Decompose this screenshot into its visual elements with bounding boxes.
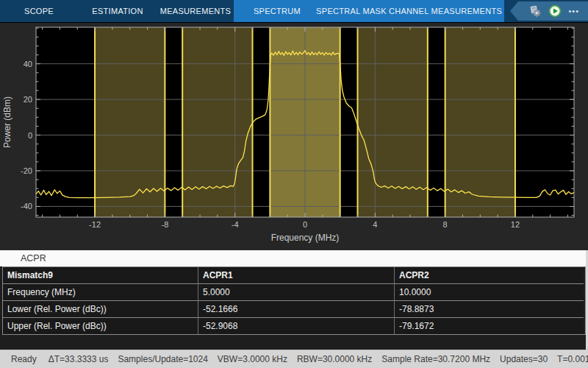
status-item: Samples/Update=1024 — [118, 354, 207, 364]
svg-text:40: 40 — [24, 60, 32, 68]
status-item: T=0.0010 — [557, 354, 588, 364]
tab-estimation[interactable]: ESTIMATION — [92, 0, 143, 22]
measurements-header-strip: ACPR — [0, 250, 588, 266]
table-row: Upper (Rel. Power (dBc))-52.9068-79.1672 — [3, 317, 585, 334]
table-cell: -52.9068 — [198, 317, 395, 334]
status-item: ΔT=33.3333 us — [49, 354, 109, 364]
status-item: Sample Rate=30.7200 MHz — [381, 354, 490, 364]
status-state: Ready — [11, 354, 37, 364]
toolstrip: SCOPEESTIMATIONMEASUREMENTSSPECTRUMSPECT… — [0, 0, 588, 23]
table-row: Frequency (MHz)5.000010.0000 — [3, 283, 585, 300]
table-cell: -52.1666 — [198, 300, 395, 317]
table-row: Lower (Rel. Power (dBc))-52.1666-78.8873 — [3, 300, 585, 317]
acpr-panel-title: ACPR — [21, 250, 46, 266]
toolstrip-quick-actions: ••• — [510, 1, 588, 21]
status-bar: Ready ΔT=33.3333 usSamples/Update=1024VB… — [0, 350, 588, 368]
svg-text:4: 4 — [373, 220, 377, 229]
status-item: VBW=3.0000 kHz — [218, 354, 287, 364]
tab-measurements[interactable]: MEASUREMENTS — [160, 0, 232, 22]
table-cell: Upper (Rel. Power (dBc)) — [3, 317, 198, 334]
table-header-cell: Mismatch9 — [3, 267, 198, 283]
table-cell: Frequency (MHz) — [3, 283, 198, 300]
tune-settings-icon[interactable] — [528, 4, 542, 18]
band-adjacent — [445, 27, 515, 217]
svg-text:-20: -20 — [21, 166, 32, 175]
ellipsis-icon[interactable]: ••• — [568, 1, 579, 21]
measurements-panel: Mismatch9ACPR1ACPR2Frequency (MHz)5.0000… — [0, 266, 588, 350]
y-axis-label: Power (dBm) — [2, 96, 12, 148]
svg-text:-12: -12 — [89, 220, 101, 229]
svg-text:-8: -8 — [161, 220, 168, 229]
acpr-table: Mismatch9ACPR1ACPR2Frequency (MHz)5.0000… — [2, 266, 586, 335]
x-axis-label: Frequency (MHz) — [271, 233, 340, 243]
svg-text:0: 0 — [28, 131, 32, 140]
table-header-row: Mismatch9ACPR1ACPR2 — [3, 267, 585, 283]
table-header-cell: ACPR1 — [198, 267, 395, 283]
spectrum-plot: -12-8-404812-40-2002040Frequency (MHz)Po… — [0, 22, 588, 250]
table-cell: 10.0000 — [395, 283, 584, 300]
table-cell: 5.0000 — [198, 283, 395, 300]
svg-text:8: 8 — [443, 220, 448, 229]
svg-text:12: 12 — [511, 220, 520, 229]
tab-spectral-mask[interactable]: SPECTRAL MASK — [316, 0, 387, 22]
svg-text:20: 20 — [24, 95, 32, 104]
status-item: Updates=30 — [500, 354, 548, 364]
svg-text:-4: -4 — [232, 220, 239, 229]
status-item: RBW=30.0000 kHz — [297, 354, 372, 364]
tab-spectrum[interactable]: SPECTRUM — [254, 0, 301, 22]
table-header-cell: ACPR2 — [395, 267, 584, 283]
table-cell: -79.1672 — [395, 317, 584, 334]
svg-text:-40: -40 — [21, 202, 32, 210]
table-cell: -78.8873 — [395, 300, 584, 317]
run-icon[interactable] — [548, 4, 562, 18]
table-cell: Lower (Rel. Power (dBc)) — [3, 300, 198, 317]
tab-scope[interactable]: SCOPE — [24, 0, 54, 22]
status-items: ΔT=33.3333 usSamples/Update=1024VBW=3.00… — [49, 354, 588, 364]
svg-text:0: 0 — [303, 220, 307, 229]
spectrum-figure: -12-8-404812-40-2002040Frequency (MHz)Po… — [0, 22, 588, 250]
tab-channel-measurements[interactable]: CHANNEL MEASUREMENTS — [389, 0, 502, 22]
